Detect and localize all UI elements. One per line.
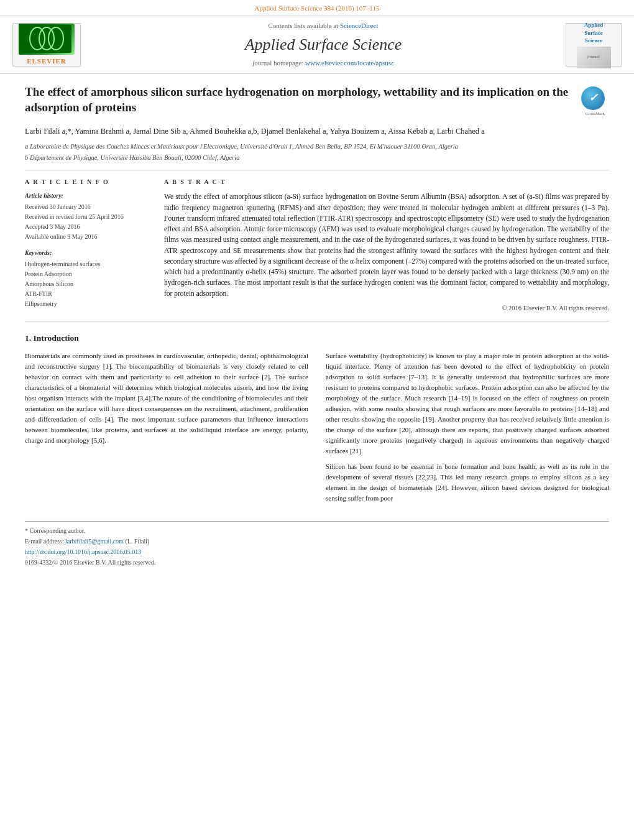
article-history-label: Article history:: [25, 192, 149, 200]
top-bar: Applied Surface Science 384 (2016) 107–1…: [0, 0, 634, 16]
header-center: Contents lists available at ScienceDirec…: [81, 21, 566, 68]
keyword-2: Protein Adsorption: [25, 270, 149, 279]
corresponding-label: * Corresponding author.: [25, 527, 85, 534]
intro-right-para-1: Surface wettability (hydrophobicity) is …: [326, 351, 609, 456]
doi-line: http://dx.doi.org/10.1016/j.apsusc.2016.…: [25, 548, 609, 556]
article-info-header: A R T I C L E I N F O: [25, 178, 149, 187]
authors-line: Larbi Filali a,*, Yamina Brahmi a, Jamal…: [25, 126, 609, 137]
journal-homepage: journal homepage: www.elsevier.com/locat…: [81, 58, 566, 68]
sciencedirect-link[interactable]: ScienceDirect: [340, 22, 379, 29]
available-online-date: Available online 9 May 2016: [25, 233, 149, 241]
doi-link[interactable]: http://dx.doi.org/10.1016/j.apsusc.2016.…: [25, 548, 141, 555]
body-two-col: Biomaterials are commonly used as prosth…: [25, 351, 609, 509]
issn-line: 0169-4332/© 2016 Elsevier B.V. All right…: [25, 558, 609, 567]
email-footnote: E-mail address: larbifilali5@gmail.com (…: [25, 537, 609, 546]
email-person: (L. Filali): [125, 538, 149, 545]
crossmark-icon: ✓: [581, 86, 605, 110]
abstract-column: A B S T R A C T We study the effect of a…: [164, 178, 609, 313]
crossmark-label: CrossMark: [581, 111, 609, 118]
article-title: The effect of amorphous silicon surface …: [25, 84, 574, 116]
crossmark-logo: ✓ CrossMark: [581, 86, 609, 118]
introduction-section: 1. Introduction Biomaterials are commonl…: [25, 333, 609, 509]
svg-rect-0: [22, 25, 71, 53]
keyword-5: Ellipsometry: [25, 300, 149, 308]
section-title: 1. Introduction: [25, 333, 609, 344]
email-link[interactable]: larbifilali5@gmail.com: [65, 538, 124, 545]
body-left-col: Biomaterials are commonly used as prosth…: [25, 351, 308, 509]
journal-reference: Applied Surface Science 384 (2016) 107–1…: [255, 4, 380, 12]
body-right-col: Surface wettability (hydrophobicity) is …: [326, 351, 609, 509]
received-revised-date: Received in revised form 25 April 2016: [25, 213, 149, 221]
page-footer: * Corresponding author. E-mail address: …: [25, 521, 609, 567]
intro-left-para: Biomaterials are commonly used as prosth…: [25, 351, 308, 446]
elsevier-logo: ELSEVIER: [12, 23, 81, 67]
received-date: Received 30 January 2016: [25, 203, 149, 211]
main-content: The effect of amorphous silicon surface …: [0, 74, 634, 579]
section-number: 1.: [25, 333, 31, 343]
journal-title-header: Applied Surface Science: [81, 34, 566, 56]
intro-right-para-2: Silicon has been found to be essential i…: [326, 461, 609, 504]
page-header: ELSEVIER Contents lists available at Sci…: [0, 16, 634, 73]
journal-homepage-link[interactable]: www.elsevier.com/locate/apsusc: [305, 59, 394, 67]
article-info-abstract: A R T I C L E I N F O Article history: R…: [25, 178, 609, 313]
keyword-4: ATR-FTIR: [25, 290, 149, 298]
elsevier-label: ELSEVIER: [27, 57, 67, 66]
affiliation-a: a Laboratoire de Physique des Couches Mi…: [25, 142, 609, 152]
journal-logo: Applied Surface Science journal: [566, 23, 622, 67]
corresponding-author: * Corresponding author.: [25, 527, 609, 535]
accepted-date: Accepted 3 May 2016: [25, 223, 149, 231]
keyword-3: Amorphous Silicon: [25, 280, 149, 288]
divider-2: [25, 321, 609, 321]
copyright-line: © 2016 Elsevier B.V. All rights reserved…: [164, 304, 609, 313]
article-title-section: The effect of amorphous silicon surface …: [25, 84, 609, 118]
keywords-label: Keywords:: [25, 249, 149, 257]
abstract-text: We study the effect of amorphous silicon…: [164, 192, 609, 299]
section-heading: Introduction: [34, 333, 79, 343]
sciencedirect-label: Contents lists available at ScienceDirec…: [81, 21, 566, 30]
keyword-1: Hydrogen-terminated surfaces: [25, 260, 149, 269]
affiliation-b: b Département de Physique, Université Ha…: [25, 154, 609, 163]
email-label: E-mail address:: [25, 538, 63, 545]
abstract-header: A B S T R A C T: [164, 178, 609, 187]
divider-1: [25, 170, 609, 170]
article-info-column: A R T I C L E I N F O Article history: R…: [25, 178, 149, 313]
